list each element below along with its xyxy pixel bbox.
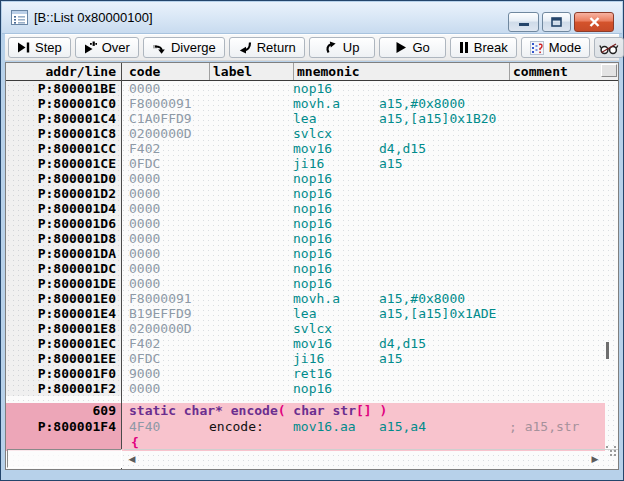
disassembly-rows: P:800001BE 0000 nop16 P:800001C0 F800009… xyxy=(6,81,618,396)
cell-code: 0200000D xyxy=(121,321,209,336)
column-header-mnemonic[interactable]: mnemonic xyxy=(293,63,509,80)
current-pc-row[interactable]: P:800001F4 4F40 encode: mov16.aa a15,a4 … xyxy=(6,419,605,435)
return-button[interactable]: Return xyxy=(229,37,305,58)
cell-code: 0000 xyxy=(121,81,209,96)
cell-label xyxy=(209,231,293,246)
diverge-button[interactable]: Diverge xyxy=(143,37,225,58)
column-header-addr[interactable]: addr/line xyxy=(6,63,121,80)
column-header-code[interactable]: code xyxy=(121,63,209,80)
up-button[interactable]: Up xyxy=(309,37,376,58)
source-code-text: static char* encode( char str[] ) xyxy=(121,403,605,419)
cell-addr: P:800001D4 xyxy=(6,201,121,216)
cell-operands xyxy=(379,366,509,381)
cell-label xyxy=(209,216,293,231)
cell-label xyxy=(209,96,293,111)
cell-code: C1A0FFD9 xyxy=(121,111,209,126)
table-row[interactable]: P:800001DA 0000 nop16 xyxy=(6,246,618,261)
table-row[interactable]: P:800001F0 9000 ret16 xyxy=(6,366,618,381)
header-corner-button[interactable] xyxy=(601,64,617,77)
mode-button[interactable]: Mode xyxy=(521,37,591,58)
cell-comment xyxy=(509,306,618,321)
cell-label xyxy=(209,186,293,201)
cell-label xyxy=(209,261,293,276)
table-row[interactable]: P:800001D0 0000 nop16 xyxy=(6,171,618,186)
horizontal-scroll-track[interactable] xyxy=(140,450,587,469)
cell-operands: a15,[a15]0x1ADE xyxy=(379,306,509,321)
vertical-scroll-thumb[interactable] xyxy=(606,342,609,359)
cell-operands xyxy=(379,321,509,336)
cell-mnemonic: svlcx xyxy=(293,126,379,141)
minimize-button[interactable] xyxy=(508,12,539,32)
cell-addr: P:800001EC xyxy=(6,336,121,351)
cell-mnemonic: nop16 xyxy=(293,171,379,186)
cell-code: 0000 xyxy=(121,261,209,276)
cell-addr: P:800001F4 xyxy=(6,419,121,435)
cell-code: 4F40 xyxy=(121,419,209,435)
table-row[interactable]: P:800001DE 0000 nop16 xyxy=(6,276,618,291)
cell-mnemonic: movh.a xyxy=(293,291,379,306)
table-row[interactable]: P:800001D4 0000 nop16 xyxy=(6,201,618,216)
cell-mnemonic: nop16 xyxy=(293,276,379,291)
break-button[interactable]: Break xyxy=(450,37,517,58)
table-row[interactable]: P:800001C8 0200000D svlcx xyxy=(6,126,618,141)
cell-comment xyxy=(509,261,618,276)
cell-code: B19EFFD9 xyxy=(121,306,209,321)
mode-icon xyxy=(530,41,544,55)
cell-comment xyxy=(509,141,618,156)
cell-mnemonic: nop16 xyxy=(293,231,379,246)
cell-mnemonic: ji16 xyxy=(293,156,379,171)
maximize-button[interactable] xyxy=(542,12,571,32)
source-line-row[interactable]: 609 static char* encode( char str[] ) xyxy=(6,403,605,419)
source-token: ( xyxy=(278,403,286,418)
cell-label xyxy=(209,156,293,171)
close-button[interactable] xyxy=(574,12,614,32)
table-row[interactable]: P:800001C4 C1A0FFD9 lea a15,[a15]0x1B20 xyxy=(6,111,618,126)
cell-label xyxy=(209,351,293,366)
table-row[interactable]: P:800001D8 0000 nop16 xyxy=(6,231,618,246)
cell-addr: P:800001D8 xyxy=(6,231,121,246)
cell-label xyxy=(209,81,293,96)
table-row[interactable]: P:800001F2 0000 nop16 xyxy=(6,381,618,396)
cell-addr: P:800001EE xyxy=(6,351,121,366)
cell-mnemonic: nop16 xyxy=(293,201,379,216)
cell-operands xyxy=(379,186,509,201)
scroll-right-icon[interactable]: ▶ xyxy=(587,450,603,469)
cell-code: F8000091 xyxy=(121,96,209,111)
cell-code: F402 xyxy=(121,336,209,351)
step-button[interactable]: Step xyxy=(8,37,71,58)
table-row[interactable]: P:800001DC 0000 nop16 xyxy=(6,261,618,276)
cell-addr: P:800001E8 xyxy=(6,321,121,336)
cell-mnemonic: svlcx xyxy=(293,321,379,336)
cell-addr: P:800001CC xyxy=(6,141,121,156)
table-row[interactable]: P:800001D6 0000 nop16 xyxy=(6,216,618,231)
column-separator[interactable] xyxy=(121,63,122,469)
table-row[interactable]: P:800001E4 B19EFFD9 lea a15,[a15]0x1ADE xyxy=(6,306,618,321)
table-row[interactable]: P:800001EC F402 mov16 d4,d15 xyxy=(6,336,618,351)
diverge-icon xyxy=(152,41,166,54)
horizontal-scrollbar[interactable]: ◀ ▶ xyxy=(124,449,618,469)
table-row[interactable]: P:800001CE 0FDC ji16 a15 xyxy=(6,156,618,171)
table-row[interactable]: P:800001D2 0000 nop16 xyxy=(6,186,618,201)
table-row[interactable]: P:800001E8 0200000D svlcx xyxy=(6,321,618,336)
step-over-button[interactable]: Over xyxy=(75,37,139,58)
cell-addr: P:800001BE xyxy=(6,81,121,96)
table-row[interactable]: P:800001EE 0FDC ji16 a15 xyxy=(6,351,618,366)
cell-comment xyxy=(509,156,618,171)
table-row[interactable]: P:800001BE 0000 nop16 xyxy=(6,81,618,96)
scroll-left-icon[interactable]: ◀ xyxy=(124,450,140,469)
bottom-left-box xyxy=(7,449,122,468)
table-row[interactable]: P:800001E0 F8000091 movh.a a15,#0x8000 xyxy=(6,291,618,306)
cell-addr: P:800001CE xyxy=(6,156,121,171)
table-row[interactable]: P:800001CC F402 mov16 d4,d15 xyxy=(6,141,618,156)
break-icon xyxy=(459,41,469,54)
cell-comment xyxy=(509,366,618,381)
cell-operands xyxy=(379,381,509,396)
table-row[interactable]: P:800001C0 F8000091 movh.a a15,#0x8000 xyxy=(6,96,618,111)
column-header-label[interactable]: label xyxy=(209,63,293,80)
cell-mnemonic: ret16 xyxy=(293,366,379,381)
watch-glasses-button[interactable] xyxy=(594,37,624,58)
go-button[interactable]: Go xyxy=(379,37,445,58)
cell-comment xyxy=(509,291,618,306)
cell-code: 0FDC xyxy=(121,351,209,366)
source-token: ) xyxy=(372,403,388,418)
